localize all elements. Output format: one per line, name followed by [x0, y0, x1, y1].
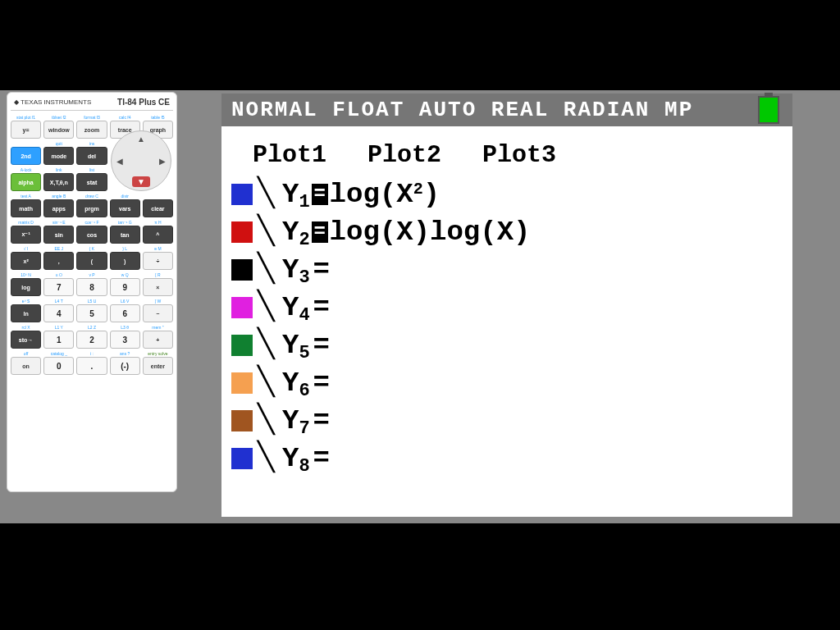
xtthetan-button[interactable]: X,T,θ,n: [43, 173, 74, 191]
line-color-icon[interactable]: [231, 335, 253, 356]
decimal-button[interactable]: .: [76, 357, 107, 375]
line-color-icon[interactable]: [231, 221, 253, 243]
one-button[interactable]: 1: [43, 331, 74, 349]
function-row-y5[interactable]: ╲Y5=: [231, 326, 792, 364]
clear-button[interactable]: clear: [143, 199, 173, 217]
close-paren-button[interactable]: ): [110, 252, 140, 270]
seven-button[interactable]: 7: [43, 278, 74, 296]
line-style-icon[interactable]: ╲: [258, 184, 282, 205]
plot3-tab[interactable]: Plot3: [482, 141, 556, 169]
divide-button[interactable]: ÷: [143, 252, 173, 270]
arrow-up-button[interactable]: ▲: [137, 135, 145, 144]
minus-button[interactable]: −: [143, 304, 173, 322]
tan-button[interactable]: tan: [110, 226, 140, 244]
button-row-8: ln 4 5 6 −: [11, 304, 173, 322]
multiply-button[interactable]: ×: [143, 278, 173, 296]
eight-button[interactable]: 8: [76, 278, 107, 296]
line-color-icon[interactable]: [231, 259, 253, 281]
ln-button[interactable]: ln: [11, 304, 41, 322]
line-color-icon[interactable]: [231, 448, 253, 469]
sec-label: calc f4: [119, 115, 130, 120]
six-button[interactable]: 6: [110, 304, 140, 322]
reciprocal-button[interactable]: x⁻¹: [11, 226, 41, 244]
function-row-y7[interactable]: ╲Y7=: [231, 402, 792, 440]
function-row-y1[interactable]: ╲Y1=log(X2): [231, 176, 792, 213]
sec-label: L6 V: [121, 299, 129, 304]
second-button[interactable]: 2nd: [11, 147, 41, 165]
function-row-y3[interactable]: ╲Y3=: [231, 251, 792, 289]
equals-icon[interactable]: =: [313, 254, 330, 285]
sec-label: √ I: [24, 246, 29, 251]
sec-label: EE J: [55, 246, 64, 251]
cos-button[interactable]: cos: [76, 226, 107, 244]
zoom-button[interactable]: zoom: [76, 121, 107, 139]
math-button[interactable]: math: [11, 199, 41, 217]
line-style-icon[interactable]: ╲: [258, 372, 282, 394]
sec-row-1: stat plot f1 tblset f2 format f3 calc f4…: [11, 114, 173, 121]
vars-button[interactable]: vars: [110, 199, 140, 217]
del-button[interactable]: del: [76, 147, 107, 165]
line-style-icon[interactable]: ╲: [258, 221, 282, 243]
equals-icon[interactable]: =: [313, 330, 330, 361]
line-style-icon[interactable]: ╲: [258, 448, 282, 469]
function-expression[interactable]: log(X)log(X): [330, 217, 531, 248]
model-name: TI-84 Plus CE: [117, 98, 170, 107]
equals-icon[interactable]: =: [313, 405, 330, 436]
equals-icon[interactable]: =: [313, 443, 330, 474]
sec-label: entry solve: [148, 351, 167, 356]
line-style-icon[interactable]: ╲: [258, 410, 282, 431]
four-button[interactable]: 4: [43, 304, 74, 322]
line-style-icon[interactable]: ╲: [258, 335, 282, 356]
mode-button[interactable]: mode: [43, 147, 74, 165]
line-color-icon[interactable]: [231, 372, 253, 394]
plus-button[interactable]: +: [143, 331, 173, 349]
function-row-y2[interactable]: ╲Y2=log(X)log(X): [231, 213, 792, 251]
line-color-icon[interactable]: [231, 297, 253, 318]
function-row-y8[interactable]: ╲Y8=: [231, 440, 792, 477]
arrow-left-button[interactable]: ◀: [116, 157, 123, 166]
open-paren-button[interactable]: (: [76, 252, 107, 270]
button-row-5: x⁻¹ sin cos tan ^: [11, 226, 173, 244]
equals-icon[interactable]: =: [313, 292, 330, 323]
power-button[interactable]: ^: [143, 226, 173, 244]
prgm-button[interactable]: prgm: [76, 199, 107, 217]
negate-button[interactable]: (-): [110, 357, 140, 375]
equals-icon[interactable]: =: [313, 368, 330, 399]
arrow-right-button[interactable]: ▶: [159, 157, 166, 166]
function-expression[interactable]: log(X2): [330, 179, 440, 210]
line-style-icon[interactable]: ╲: [258, 297, 282, 318]
equals-highlighted-icon[interactable]: =: [312, 184, 328, 205]
nine-button[interactable]: 9: [110, 278, 140, 296]
button-row-4: math apps prgm vars clear: [11, 199, 173, 217]
sec-label: e M: [154, 246, 161, 251]
three-button[interactable]: 3: [110, 331, 140, 349]
function-row-y6[interactable]: ╲Y6=: [231, 364, 792, 402]
apps-button[interactable]: apps: [43, 199, 74, 217]
plot2-tab[interactable]: Plot2: [368, 141, 441, 169]
enter-button[interactable]: enter: [143, 357, 173, 375]
window-button[interactable]: window: [43, 121, 74, 139]
log-button[interactable]: log: [11, 278, 41, 296]
stat-button[interactable]: stat: [76, 173, 107, 191]
battery-icon: [758, 96, 779, 124]
y-equals-button[interactable]: y=: [11, 121, 41, 139]
sto-button[interactable]: sto→: [11, 331, 41, 349]
on-button[interactable]: on: [11, 357, 41, 375]
x-squared-button[interactable]: x²: [11, 252, 41, 270]
equals-highlighted-icon[interactable]: =: [312, 221, 328, 243]
button-row-9: sto→ 1 2 3 +: [11, 331, 173, 349]
line-style-icon[interactable]: ╲: [258, 259, 282, 281]
five-button[interactable]: 5: [76, 304, 107, 322]
zero-button[interactable]: 0: [43, 357, 74, 375]
sec-label: tblset f2: [52, 115, 66, 120]
line-color-icon[interactable]: [231, 410, 253, 431]
sec-label: ins: [89, 141, 94, 146]
two-button[interactable]: 2: [76, 331, 107, 349]
comma-button[interactable]: ,: [43, 252, 74, 270]
sin-button[interactable]: sin: [43, 226, 74, 244]
line-color-icon[interactable]: [231, 184, 253, 205]
alpha-button[interactable]: alpha: [11, 173, 41, 191]
plot1-tab[interactable]: Plot1: [253, 141, 326, 169]
function-row-y4[interactable]: ╲Y4=: [231, 289, 792, 326]
sec-row-9: rcl X L1 Y L2 Z L3 θ mem ": [11, 324, 173, 331]
